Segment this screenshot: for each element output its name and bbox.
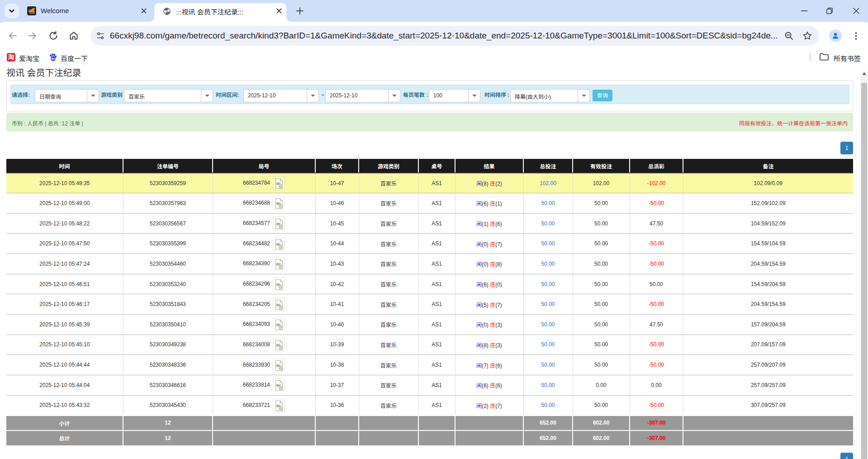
svg-text:du: du <box>51 57 56 61</box>
